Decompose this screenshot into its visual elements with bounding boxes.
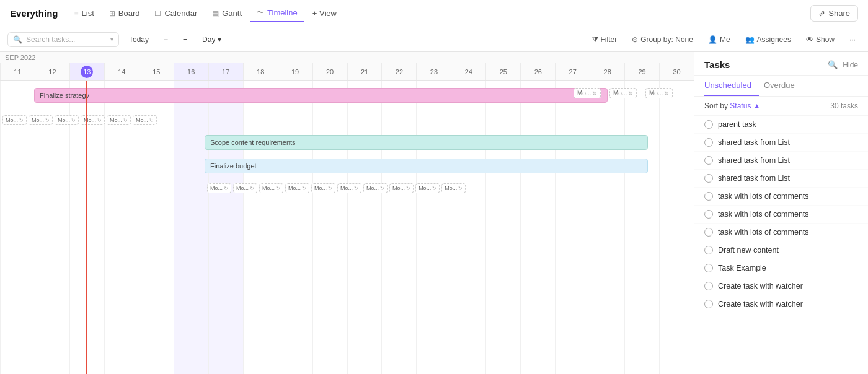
end-tag-1[interactable]: Mo... ↻ bbox=[609, 88, 637, 98]
date-cell-11: 11 bbox=[0, 63, 35, 80]
list-icon: ≡ bbox=[74, 9, 79, 18]
date-cell-22: 22 bbox=[381, 63, 416, 80]
nav-board[interactable]: ⊞ Board bbox=[103, 6, 146, 21]
nav-view[interactable]: + View bbox=[306, 6, 343, 21]
mini-tag-row1-2[interactable]: Mo... ↻ bbox=[55, 115, 79, 125]
share-button[interactable]: ⇗ Share bbox=[810, 5, 858, 22]
bar-finalize-strategy[interactable]: Finalize strategy bbox=[34, 88, 608, 103]
panel-title: Tasks bbox=[704, 59, 730, 70]
task-checkbox-8[interactable] bbox=[704, 246, 713, 254]
task-item-3[interactable]: shared task from List bbox=[694, 152, 868, 170]
panel-header: Tasks 🔍 Hide bbox=[694, 52, 868, 76]
date-cell-19: 19 bbox=[278, 63, 312, 80]
date-cell-28: 28 bbox=[590, 63, 624, 80]
task-name-3: shared task from List bbox=[718, 156, 790, 165]
mini-tag-row1-0[interactable]: Mo... ↻ bbox=[2, 115, 27, 125]
task-item-7[interactable]: task with lots of comments bbox=[694, 224, 868, 241]
task-checkbox-6[interactable] bbox=[704, 210, 713, 219]
date-cell-14: 14 bbox=[104, 63, 139, 80]
toolbar: 🔍 Search tasks... ▾ Today − + Day ▾ ⧩ Fi… bbox=[0, 27, 868, 52]
mini-tag-row1-5[interactable]: Mo... ↻ bbox=[133, 115, 157, 125]
end-tag-0[interactable]: Mo... ↻ bbox=[574, 88, 601, 98]
filter-button[interactable]: ⧩ Filter bbox=[587, 33, 622, 46]
mini-tag-row2-2[interactable]: Mo... ↻ bbox=[259, 183, 283, 193]
task-checkbox-5[interactable] bbox=[704, 192, 713, 201]
task-checkbox-2[interactable] bbox=[704, 138, 713, 147]
mini-tag-row2-9[interactable]: Mo... ↻ bbox=[441, 183, 466, 193]
timeline-row-budget: Finalize budget bbox=[0, 154, 694, 178]
mini-tag-row2-5[interactable]: Mo... ↻ bbox=[337, 183, 361, 193]
prev-button[interactable]: − bbox=[159, 33, 173, 46]
date-cell-24: 24 bbox=[451, 63, 485, 80]
date-cell-30: 30 bbox=[659, 63, 694, 80]
today-line bbox=[86, 81, 87, 374]
task-name-4: shared task from List bbox=[718, 174, 790, 183]
task-checkbox-4[interactable] bbox=[704, 174, 713, 183]
mini-tag-row2-3[interactable]: Mo... ↻ bbox=[285, 183, 309, 193]
bar-scope-content[interactable]: Scope content requirements bbox=[205, 135, 648, 150]
panel-header-actions: 🔍 Hide bbox=[828, 60, 858, 69]
mini-tag-row2-1[interactable]: Mo... ↻ bbox=[233, 183, 257, 193]
task-item-8[interactable]: Draft new content bbox=[694, 241, 868, 259]
share-icon: ⇗ bbox=[818, 9, 825, 18]
nav-calendar[interactable]: ☐ Calendar bbox=[148, 6, 203, 21]
task-item-4[interactable]: shared task from List bbox=[694, 170, 868, 188]
tab-unscheduled[interactable]: Unscheduled bbox=[704, 76, 759, 96]
mini-tag-row2-4[interactable]: Mo... ↻ bbox=[311, 183, 335, 193]
task-checkbox-10[interactable] bbox=[704, 282, 713, 290]
timeline-row-scope: Scope content requirements bbox=[0, 131, 694, 154]
panel-search-icon[interactable]: 🔍 bbox=[828, 60, 838, 69]
search-input[interactable]: 🔍 Search tasks... ▾ bbox=[7, 32, 119, 47]
month-label: SEP 2022 bbox=[0, 52, 694, 63]
nav-list[interactable]: ≡ List bbox=[68, 6, 100, 21]
mini-tag-row2-6[interactable]: Mo... ↻ bbox=[363, 183, 388, 193]
calendar-icon: ☐ bbox=[154, 9, 161, 18]
sort-row: Sort by Status ▲ 30 tasks bbox=[694, 97, 868, 116]
show-button[interactable]: 👁 Show bbox=[801, 33, 839, 46]
mini-tag-row2-7[interactable]: Mo... ↻ bbox=[389, 183, 414, 193]
task-item-1[interactable]: parent task bbox=[694, 116, 868, 134]
date-cell-21: 21 bbox=[347, 63, 382, 80]
timeline-icon: 〜 bbox=[257, 7, 264, 18]
nav-timeline[interactable]: 〜 Timeline bbox=[250, 4, 304, 22]
task-checkbox-11[interactable] bbox=[704, 300, 713, 308]
panel-tabs: Unscheduled Overdue bbox=[694, 76, 868, 97]
task-checkbox-9[interactable] bbox=[704, 264, 713, 272]
group-by-button[interactable]: ⊙ Group by: None bbox=[627, 33, 698, 46]
mini-tag-row1-4[interactable]: Mo... ↻ bbox=[107, 115, 131, 125]
tab-overdue[interactable]: Overdue bbox=[764, 76, 802, 96]
task-name-8: Draft new content bbox=[718, 246, 779, 254]
bar-finalize-budget[interactable]: Finalize budget bbox=[205, 159, 648, 173]
date-cell-17: 17 bbox=[208, 63, 243, 80]
date-cell-23: 23 bbox=[416, 63, 451, 80]
task-checkbox-7[interactable] bbox=[704, 228, 713, 237]
mini-tag-row1-3[interactable]: Mo... ↻ bbox=[81, 115, 105, 125]
task-item-10[interactable]: Create task with watcher bbox=[694, 277, 868, 295]
end-tag-2[interactable]: Mo... ↻ bbox=[645, 88, 673, 98]
sort-value[interactable]: Status ▲ bbox=[730, 102, 760, 110]
task-item-6[interactable]: task with lots of comments bbox=[694, 206, 868, 224]
search-dropdown-icon[interactable]: ▾ bbox=[110, 36, 113, 43]
today-button[interactable]: Today bbox=[124, 33, 154, 46]
panel-hide-button[interactable]: Hide bbox=[843, 61, 858, 69]
task-item-2[interactable]: shared task from List bbox=[694, 134, 868, 152]
task-item-9[interactable]: Task Example bbox=[694, 259, 868, 277]
task-count: 30 tasks bbox=[830, 102, 858, 110]
right-panel: Tasks 🔍 Hide Unscheduled Overdue Sort by… bbox=[694, 52, 868, 374]
group-icon: ⊙ bbox=[632, 35, 638, 44]
task-checkbox-1[interactable] bbox=[704, 120, 713, 129]
mini-tag-row2-0[interactable]: Mo... ↻ bbox=[207, 183, 231, 193]
nav-gantt[interactable]: ▤ Gantt bbox=[206, 6, 248, 21]
task-item-11[interactable]: Create task with watcher bbox=[694, 295, 868, 313]
assignees-button[interactable]: 👥 Assignees bbox=[740, 33, 796, 46]
me-button[interactable]: 👤 Me bbox=[703, 33, 735, 46]
task-checkbox-3[interactable] bbox=[704, 156, 713, 165]
date-cell-27: 27 bbox=[555, 63, 590, 80]
mini-tag-row1-1[interactable]: Mo... ↻ bbox=[29, 115, 53, 125]
task-item-5[interactable]: task with lots of comments bbox=[694, 188, 868, 206]
mini-tag-row2-8[interactable]: Mo... ↻ bbox=[415, 183, 440, 193]
more-button[interactable]: ··· bbox=[844, 33, 861, 46]
next-button[interactable]: + bbox=[178, 33, 192, 46]
day-selector[interactable]: Day ▾ bbox=[197, 33, 226, 46]
search-icon: 🔍 bbox=[13, 35, 22, 44]
